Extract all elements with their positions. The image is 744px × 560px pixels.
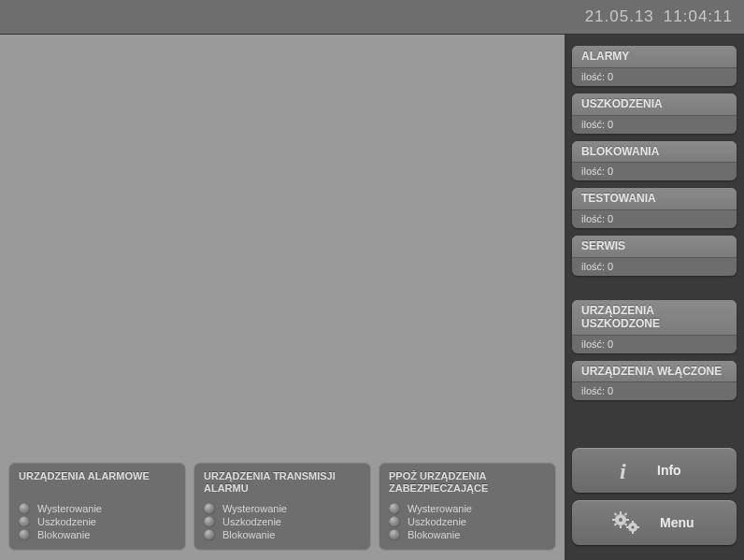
info-button[interactable]: i Info [572, 448, 737, 493]
svg-rect-6 [625, 519, 629, 521]
panel-title: SERWIS [572, 236, 737, 257]
state-row: Wysterowanie [19, 502, 176, 515]
state-label: Uszkodzenie [222, 516, 281, 527]
card-transmission-devices[interactable]: URZĄDZENIA TRANSMISJI ALARMU Wysterowani… [194, 463, 370, 549]
card-title: PPOŻ URZĄDZENIA ZABEZPIECZAJĄCE [389, 470, 546, 496]
panel-title: USZKODZENIA [572, 93, 737, 115]
state-row: Wysterowanie [204, 502, 361, 515]
menu-button[interactable]: Menu [572, 500, 737, 545]
info-label: Info [657, 463, 694, 478]
state-label: Blokowanie [37, 529, 90, 540]
status-dot-icon [19, 529, 30, 540]
panel-title: BLOKOWANIA [572, 141, 737, 163]
state-row: Uszkodzenie [19, 515, 176, 528]
panel-devices-damaged[interactable]: URZĄDZENIA USZKODZONE ilość: 0 [572, 300, 737, 353]
panel-title: URZĄDZENIA WŁĄCZONE [572, 361, 737, 382]
panel-devices-enabled[interactable]: URZĄDZENIA WŁĄCZONE ilość: 0 [572, 361, 737, 401]
svg-rect-7 [614, 512, 618, 516]
card-fire-protection-devices[interactable]: PPOŻ URZĄDZENIA ZABEZPIECZAJĄCE Wysterow… [379, 463, 555, 549]
panel-title: TESTOWANIA [572, 188, 737, 209]
svg-point-2 [619, 518, 622, 522]
svg-point-12 [631, 525, 634, 528]
state-label: Uszkodzenie [408, 516, 466, 527]
panel-count: ilość: 0 [572, 67, 737, 86]
svg-rect-9 [624, 512, 628, 516]
state-label: Wysterowanie [37, 503, 102, 514]
status-dot-icon [204, 503, 215, 514]
status-dot-icon [389, 529, 400, 540]
panel-disablements[interactable]: BLOKOWANIA ilość: 0 [572, 141, 737, 181]
panel-title: URZĄDZENIA USZKODZONE [572, 300, 737, 335]
state-row: Blokowanie [204, 528, 361, 541]
menu-label: Menu [660, 515, 697, 530]
status-dot-icon [204, 529, 215, 540]
svg-rect-3 [620, 511, 622, 515]
state-label: Wysterowanie [222, 503, 287, 514]
card-title: URZĄDZENIA TRANSMISJI ALARMU [204, 470, 361, 496]
state-row: Uszkodzenie [389, 515, 546, 528]
svg-rect-5 [612, 519, 616, 521]
main-area: URZĄDZENIA ALARMOWE Wysterowanie Uszkodz… [0, 35, 565, 560]
panel-count: ilość: 0 [572, 115, 737, 134]
svg-rect-13 [632, 521, 634, 524]
svg-rect-4 [620, 524, 622, 528]
status-dot-icon [204, 516, 215, 527]
panel-count: ilość: 0 [572, 381, 737, 400]
svg-rect-15 [626, 526, 629, 528]
panel-count: ilość: 0 [572, 209, 737, 228]
panel-count: ilość: 0 [572, 257, 737, 276]
panel-count: ilość: 0 [572, 335, 737, 353]
device-card-row: URZĄDZENIA ALARMOWE Wysterowanie Uszkodz… [9, 463, 555, 549]
svg-rect-16 [637, 526, 639, 528]
panel-faults[interactable]: USZKODZENIA ilość: 0 [572, 93, 737, 134]
state-row: Uszkodzenie [204, 515, 361, 528]
info-icon: i [614, 458, 638, 482]
state-label: Blokowanie [222, 529, 275, 540]
gears-icon [611, 510, 641, 535]
panel-title: ALARMY [572, 46, 737, 67]
state-row: Wysterowanie [389, 502, 546, 515]
panel-alarms[interactable]: ALARMY ilość: 0 [572, 46, 737, 86]
panel-count: ilość: 0 [572, 162, 737, 180]
status-dot-icon [389, 516, 400, 527]
panel-tests[interactable]: TESTOWANIA ilość: 0 [572, 188, 737, 228]
state-label: Blokowanie [408, 529, 460, 540]
svg-text:i: i [620, 459, 626, 482]
status-dot-icon [19, 516, 30, 527]
svg-rect-14 [632, 531, 634, 534]
panel-service[interactable]: SERWIS ilość: 0 [572, 236, 737, 276]
sidebar: ALARMY ilość: 0 USZKODZENIA ilość: 0 BLO… [565, 35, 744, 560]
state-row: Blokowanie [19, 528, 176, 541]
state-row: Blokowanie [389, 528, 546, 541]
header-time: 11:04:11 [664, 7, 733, 26]
state-label: Wysterowanie [408, 503, 472, 514]
header-bar: 21.05.13 11:04:11 [0, 0, 744, 35]
header-date: 21.05.13 [585, 7, 654, 26]
card-alarm-devices[interactable]: URZĄDZENIA ALARMOWE Wysterowanie Uszkodz… [9, 463, 185, 549]
state-label: Uszkodzenie [37, 516, 96, 527]
status-dot-icon [389, 503, 400, 514]
status-dot-icon [19, 503, 30, 514]
card-title: URZĄDZENIA ALARMOWE [19, 470, 176, 496]
